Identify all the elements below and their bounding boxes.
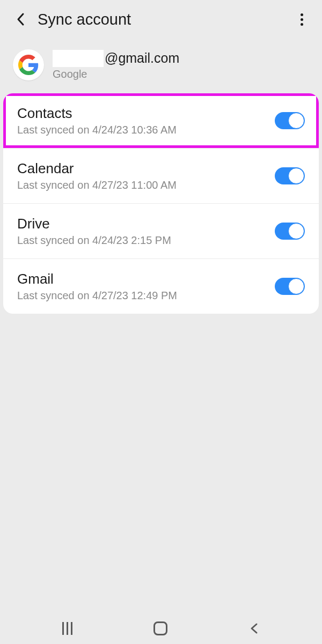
email-redacted (53, 50, 104, 67)
dots-vertical-icon (301, 13, 303, 16)
sync-item-title: Drive (17, 216, 275, 232)
google-logo-icon (13, 49, 44, 80)
sync-item-gmail[interactable]: Gmail Last synced on 4/27/23 12:49 PM (3, 259, 319, 314)
sync-item-subtitle: Last synced on 4/24/23 10:36 AM (17, 124, 275, 136)
toggle-contacts[interactable] (275, 112, 305, 129)
android-navigation-bar (0, 613, 322, 644)
sync-items-list: Contacts Last synced on 4/24/23 10:36 AM… (3, 93, 319, 314)
page-title: Sync account (38, 11, 294, 28)
sync-item-title: Gmail (17, 271, 275, 287)
account-provider: Google (53, 68, 179, 80)
sync-item-subtitle: Last synced on 4/27/23 11:00 AM (17, 179, 275, 191)
more-options-button[interactable] (294, 12, 309, 27)
nav-back-button[interactable] (249, 621, 260, 636)
sync-item-subtitle: Last synced on 4/27/23 12:49 PM (17, 290, 275, 302)
back-button[interactable] (13, 12, 28, 27)
nav-recents-button[interactable] (62, 622, 72, 635)
toggle-calendar[interactable] (275, 167, 305, 184)
sync-item-contacts[interactable]: Contacts Last synced on 4/24/23 10:36 AM (3, 93, 319, 149)
toggle-gmail[interactable] (275, 278, 305, 295)
sync-item-title: Contacts (17, 105, 275, 122)
sync-item-calendar[interactable]: Calendar Last synced on 4/27/23 11:00 AM (3, 149, 319, 204)
sync-item-subtitle: Last synced on 4/24/23 2:15 PM (17, 234, 275, 247)
sync-item-drive[interactable]: Drive Last synced on 4/24/23 2:15 PM (3, 204, 319, 259)
sync-item-title: Calendar (17, 160, 275, 177)
nav-home-button[interactable] (153, 621, 167, 635)
app-header: Sync account (0, 0, 322, 39)
account-info: @gmail.com Google (0, 39, 322, 93)
email-suffix: @gmail.com (105, 50, 179, 66)
toggle-drive[interactable] (275, 223, 305, 240)
